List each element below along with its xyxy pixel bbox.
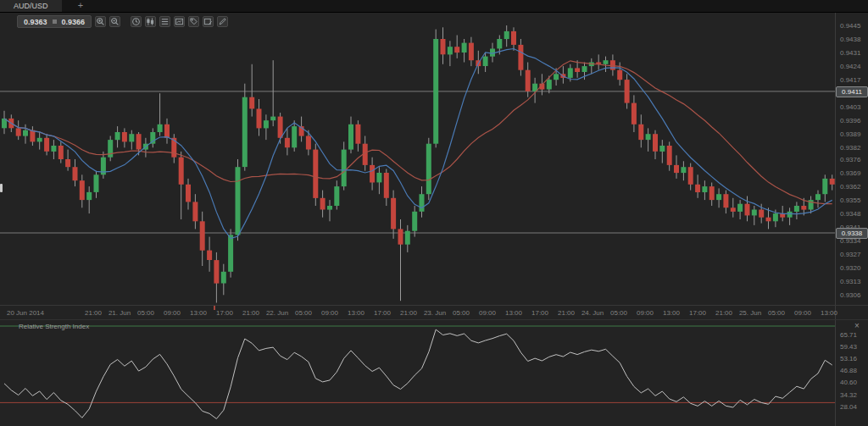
- time-axis-label: 23. Jun: [424, 309, 446, 317]
- price-axis-label: 0.9417: [840, 76, 860, 84]
- time-axis-label: 13:00: [505, 309, 522, 317]
- tag-icon: [189, 17, 198, 26]
- price-axis-label: 0.9306: [840, 291, 860, 299]
- menu-lines-icon: [160, 17, 170, 26]
- timeframe-button[interactable]: [131, 16, 142, 27]
- rsi-axis-label: 34.32: [840, 391, 857, 399]
- rsi-axis-label: 65.71: [840, 331, 857, 339]
- price-axis-label: 0.9362: [840, 183, 860, 191]
- main-chart[interactable]: [0, 0, 868, 426]
- price-level-badge[interactable]: 0.9411: [836, 86, 868, 97]
- rsi-line: [4, 329, 832, 418]
- time-axis-label: 21:00: [242, 309, 259, 317]
- price-axis-label: 0.9403: [840, 103, 860, 111]
- price-axis-label: 0.9313: [840, 278, 860, 285]
- time-axis-label: 09:00: [164, 309, 181, 317]
- price-axis-label: 0.9369: [840, 169, 860, 177]
- chart-toolbar: 0.9363 0.9366: [17, 15, 228, 28]
- rsi-axis-label: 40.60: [840, 379, 857, 386]
- time-axis-label: 20 Jun 2014: [7, 309, 44, 317]
- zoom-in-icon: [96, 17, 105, 26]
- chart-scroll-handle[interactable]: [0, 184, 3, 192]
- price-axis-label: 0.9424: [840, 63, 860, 70]
- price-axis-label: 0.9389: [840, 130, 860, 138]
- time-axis-label: 13:00: [663, 309, 680, 317]
- ma-fast-line: [4, 49, 832, 239]
- spread-indicator: [53, 19, 57, 24]
- time-axis-label: 13:00: [190, 309, 207, 317]
- time-axis-label: 17:00: [531, 309, 548, 317]
- ma-slow-line: [4, 61, 832, 204]
- price-axis-label: 0.9348: [840, 210, 860, 218]
- timeframe-icon: [131, 17, 141, 26]
- time-axis-label: 21:00: [558, 309, 575, 317]
- templates-button[interactable]: [203, 16, 214, 27]
- price-level-badge[interactable]: 0.9338: [836, 228, 868, 239]
- chart-mode-button[interactable]: [174, 16, 185, 27]
- time-axis-label: 09:00: [479, 309, 496, 317]
- time-axis-label: 09:00: [637, 309, 654, 317]
- candlestick-chart-icon: [146, 17, 155, 26]
- time-axis-label: 09:00: [794, 309, 811, 317]
- price-axis-label: 0.9320: [840, 264, 860, 272]
- rsi-close-button[interactable]: ×: [851, 321, 863, 331]
- chart-type-button[interactable]: [145, 16, 156, 27]
- tab-audusd[interactable]: AUD/USD: [0, 0, 62, 12]
- time-axis-label: 05:00: [295, 309, 312, 317]
- price-axis-label: 0.9355: [840, 196, 860, 204]
- line-chart-frame-icon: [175, 17, 184, 26]
- bid-price: 0.9363: [24, 18, 47, 26]
- time-axis-label: 17:00: [374, 309, 391, 317]
- zoom-in-button[interactable]: [95, 16, 106, 27]
- price-axis-label: 0.9327: [840, 251, 860, 258]
- price-axis-label: 0.9445: [840, 22, 860, 30]
- tab-bar: AUD/USD +: [0, 0, 868, 13]
- price-axis-label: 0.9431: [840, 49, 860, 57]
- price-axis-label: 0.9382: [840, 144, 860, 152]
- rsi-axis-label: 59.43: [840, 343, 857, 351]
- time-axis-label: 21:00: [715, 309, 732, 317]
- price-axis-label: 0.9376: [840, 156, 860, 163]
- time-axis-label: 21:00: [85, 309, 102, 317]
- time-axis-divider: [0, 305, 868, 306]
- candles-series: [2, 25, 835, 303]
- zoom-out-button[interactable]: [109, 16, 120, 27]
- time-axis-label: 24. Jun: [581, 309, 604, 317]
- tag-button[interactable]: [188, 16, 199, 27]
- ask-price: 0.9366: [62, 18, 86, 26]
- time-axis-label: 17:00: [216, 309, 233, 317]
- time-axis-label: 22. Jun: [266, 309, 288, 317]
- time-axis-label: 05:00: [137, 309, 154, 317]
- trading-app-window: AUD/USD + 0.9363 0.9366: [0, 0, 868, 426]
- time-axis-label: 05:00: [768, 309, 785, 317]
- time-axis-label: 05:00: [453, 309, 470, 317]
- time-axis-label: 05:00: [610, 309, 627, 317]
- price-axis-divider: [835, 12, 836, 426]
- rsi-axis-label: 28.04: [840, 403, 857, 411]
- time-axis-label: 25. Jun: [739, 309, 761, 317]
- rsi-axis-label: 46.88: [840, 367, 857, 374]
- time-axis-marker: [214, 306, 215, 310]
- time-axis-label: 17:00: [689, 309, 706, 317]
- rsi-axis-label: 53.16: [840, 355, 857, 362]
- time-axis-label: 13:00: [821, 309, 837, 317]
- edit-chart-icon: [203, 17, 213, 26]
- time-axis-label: 21:00: [400, 309, 417, 317]
- time-axis-label: 13:00: [348, 309, 364, 317]
- new-tab-button[interactable]: +: [73, 0, 88, 12]
- time-axis-label: 09:00: [321, 309, 338, 317]
- rsi-pane-divider: [0, 319, 868, 320]
- bid-ask-quote[interactable]: 0.9363 0.9366: [17, 15, 92, 28]
- pencil-icon: [218, 17, 227, 26]
- price-axis-label: 0.9438: [840, 36, 860, 43]
- zoom-out-icon: [110, 17, 120, 26]
- time-axis-label: 21. Jun: [108, 309, 131, 317]
- draw-button[interactable]: [217, 16, 228, 27]
- indicators-button[interactable]: [159, 16, 170, 27]
- rsi-title: Relative Strength Index: [19, 323, 89, 330]
- price-axis-label: 0.9396: [840, 117, 860, 124]
